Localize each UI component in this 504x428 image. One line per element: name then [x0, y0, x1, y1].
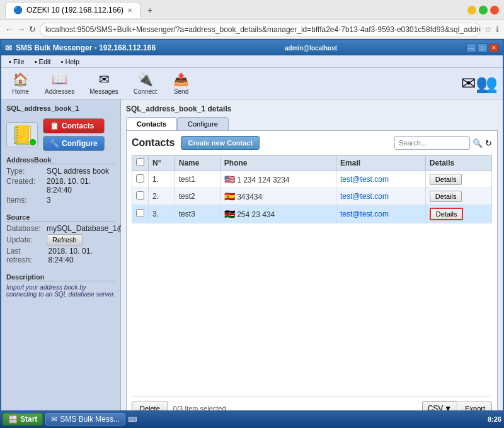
row-phone: 🇺🇸 1 234 124 3234	[220, 171, 336, 188]
row-name: test2	[175, 188, 220, 205]
configure-button[interactable]: 🔧 Configure	[43, 136, 105, 151]
addresses-label: Addresses	[45, 88, 74, 95]
items-value: 3	[47, 196, 51, 205]
table-refresh-icon[interactable]: ↻	[485, 138, 492, 148]
created-label: Created:	[6, 177, 44, 194]
email-link[interactable]: test@test.com	[340, 192, 389, 201]
taskbar-sms-bulk-item[interactable]: ✉ SMS Bulk Mess...	[45, 413, 125, 425]
items-label: Items:	[6, 196, 44, 205]
configure-btn-label: Configure	[62, 139, 98, 148]
row-num: 1.	[149, 171, 175, 188]
url-bar[interactable]: localhost:9505/SMS+Bulk+Messenger/?a=add…	[40, 23, 481, 37]
info-icon[interactable]: ℹ	[496, 25, 499, 34]
flag-icon: 🇪🇸	[224, 191, 235, 201]
taskbar: 🪟 Start ✉ SMS Bulk Mess... ⌨ 8:26	[0, 410, 504, 428]
app-minimize-btn[interactable]: —	[466, 43, 476, 52]
connect-label: Connect	[134, 88, 157, 95]
details-button[interactable]: Details	[430, 174, 462, 185]
app-titlebar: ✉ SMS Bulk Messenger - 192.168.112.166 a…	[1, 40, 503, 55]
menu-file[interactable]: • File	[4, 57, 30, 67]
tab-title: OZEKI 10 (192.168.112.166)	[26, 6, 123, 14]
email-link[interactable]: test@test.com	[340, 175, 389, 184]
start-label: Start	[20, 415, 37, 424]
flag-icon: 🇰🇪	[224, 209, 235, 219]
tab-close-btn[interactable]: ✕	[127, 7, 132, 14]
messages-icon: ✉	[99, 72, 110, 87]
details-button[interactable]: Details	[430, 208, 464, 220]
email-link[interactable]: test@test.com	[340, 210, 389, 218]
browser-minimize-btn[interactable]	[467, 6, 476, 14]
messages-label: Messages	[89, 88, 118, 95]
details-button[interactable]: Details	[430, 191, 462, 202]
right-panel: SQL_address_book_1 details Contacts Conf…	[121, 99, 503, 427]
type-value: SQL address book	[47, 167, 109, 176]
type-label: Type:	[6, 167, 44, 176]
addressbook-header: 📒 📋 Contacts 🔧 Configure	[6, 118, 115, 151]
row-num: 2.	[149, 188, 175, 205]
addressbook-buttons: 📋 Contacts 🔧 Configure	[43, 118, 105, 151]
browser-close-btn[interactable]	[490, 6, 499, 14]
taskbar-sms-icon: ✉	[51, 415, 57, 424]
addressbook-type-row: Type: SQL address book	[6, 167, 115, 176]
source-section: Source Database: mySQL_Database_1@localh…	[6, 213, 115, 266]
addressbook-section: AddressBook Type: SQL address book Creat…	[6, 156, 115, 206]
row-email: test@test.com	[336, 188, 426, 205]
contacts-header: Contacts Create new Contact 🔍 ↻	[132, 136, 492, 150]
row-checkbox-cell	[132, 188, 149, 205]
col-num: N°	[149, 155, 175, 171]
app-window: ✉ SMS Bulk Messenger - 192.168.112.166 a…	[0, 39, 504, 428]
app-close-btn[interactable]: ✕	[489, 43, 499, 52]
col-name: Name	[175, 155, 220, 171]
row-details-cell: Details	[425, 205, 491, 223]
row-checkbox-cell	[132, 171, 149, 188]
contacts-panel: Contacts Create new Contact 🔍 ↻	[126, 130, 498, 422]
tab-configure[interactable]: Configure	[177, 117, 229, 130]
menu-help[interactable]: • Help	[56, 57, 85, 67]
search-input[interactable]	[394, 136, 470, 150]
menu-edit[interactable]: • Edit	[30, 57, 56, 67]
browser-tab-active[interactable]: 🔵 OZEKI 10 (192.168.112.166) ✕	[5, 2, 140, 18]
new-tab-button[interactable]: +	[143, 3, 157, 17]
toolbar-addresses-btn[interactable]: 📖 Addresses	[40, 69, 79, 98]
toolbar-send-btn[interactable]: 📤 Send	[167, 69, 195, 98]
app-maximize-btn[interactable]: □	[478, 43, 488, 52]
tab-contacts[interactable]: Contacts	[126, 117, 177, 130]
col-details: Details	[425, 155, 491, 171]
taskbar-clock: 8:26	[488, 415, 501, 423]
create-new-contact-button[interactable]: Create new Contact	[181, 136, 260, 150]
row-num: 3.	[149, 205, 175, 223]
toolbar-home-btn[interactable]: 🏠 Home	[6, 69, 35, 98]
contacts-button[interactable]: 📋 Contacts	[43, 118, 105, 133]
toolbar-messages-btn[interactable]: ✉ Messages	[84, 69, 123, 98]
table-row: 3. test3 🇰🇪 254 23 434 test@test.com Det…	[132, 205, 492, 223]
refresh-btn[interactable]: Refresh	[47, 234, 83, 245]
home-label: Home	[12, 88, 29, 95]
database-label: Database:	[6, 224, 44, 233]
browser-maximize-btn[interactable]	[479, 6, 488, 14]
taskbar-sms-label: SMS Bulk Mess...	[60, 415, 120, 424]
col-email: Email	[336, 155, 426, 171]
addressbook-items-row: Items: 3	[6, 196, 115, 205]
app-user: admin@localhost	[285, 45, 337, 52]
contacts-btn-label: Contacts	[62, 121, 94, 130]
start-button[interactable]: 🪟 Start	[3, 413, 43, 425]
row-checkbox-2[interactable]	[136, 209, 144, 217]
row-checkbox-1[interactable]	[136, 191, 144, 200]
configure-btn-icon: 🔧	[50, 139, 59, 148]
addresses-icon: 📖	[52, 72, 67, 87]
right-panel-title: SQL_address_book_1 details	[126, 104, 498, 113]
row-details-cell: Details	[425, 171, 491, 188]
forward-button[interactable]: →	[17, 25, 25, 34]
toolbar-connect-btn[interactable]: 🔌 Connect	[129, 69, 162, 98]
row-checkbox-0[interactable]	[136, 174, 144, 183]
refresh-button[interactable]: ↻	[29, 25, 36, 34]
search-box: 🔍 ↻	[394, 136, 492, 150]
bookmark-icon[interactable]: ☆	[484, 25, 492, 34]
search-icon[interactable]: 🔍	[472, 138, 483, 148]
online-status-dot	[30, 139, 36, 145]
addressbook-created-row: Created: 2018. 10. 01. 8:24:40	[6, 177, 115, 194]
select-all-checkbox[interactable]	[136, 158, 144, 166]
back-button[interactable]: ←	[5, 25, 13, 34]
description-text: Import your address book by connecting t…	[6, 284, 115, 298]
row-name: test3	[175, 205, 220, 223]
